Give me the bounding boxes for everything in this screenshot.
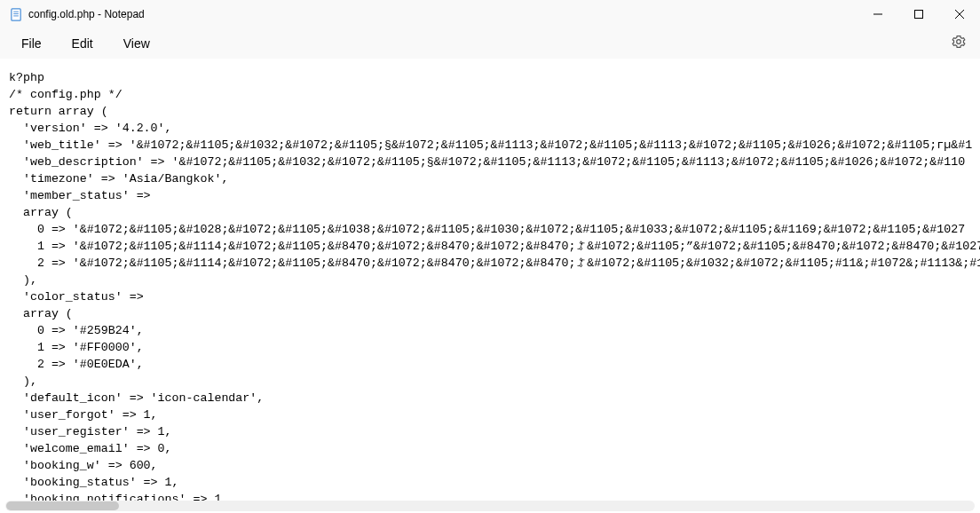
window-controls bbox=[858, 0, 980, 28]
gear-icon bbox=[952, 35, 966, 52]
titlebar: config.old.php - Notepad bbox=[0, 0, 980, 28]
close-button[interactable] bbox=[939, 0, 980, 28]
horizontal-scrollbar-thumb[interactable] bbox=[6, 501, 119, 510]
menu-view[interactable]: View bbox=[111, 33, 162, 54]
notepad-window: config.old.php - Notepad File Edit View … bbox=[0, 0, 980, 513]
svg-rect-0 bbox=[11, 8, 20, 20]
settings-button[interactable] bbox=[946, 31, 971, 56]
maximize-button[interactable] bbox=[898, 0, 939, 28]
window-title: config.old.php - Notepad bbox=[28, 8, 858, 20]
text-editor[interactable]: k?php /* config.php */ return array ( 'v… bbox=[0, 59, 980, 501]
horizontal-scrollbar[interactable] bbox=[5, 501, 975, 511]
menubar: File Edit View bbox=[0, 28, 980, 59]
minimize-button[interactable] bbox=[858, 0, 898, 28]
menu-edit[interactable]: Edit bbox=[59, 33, 106, 54]
notepad-app-icon bbox=[9, 7, 23, 21]
menu-file[interactable]: File bbox=[9, 33, 54, 54]
svg-rect-5 bbox=[915, 11, 923, 19]
editor-area: k?php /* config.php */ return array ( 'v… bbox=[0, 59, 980, 513]
